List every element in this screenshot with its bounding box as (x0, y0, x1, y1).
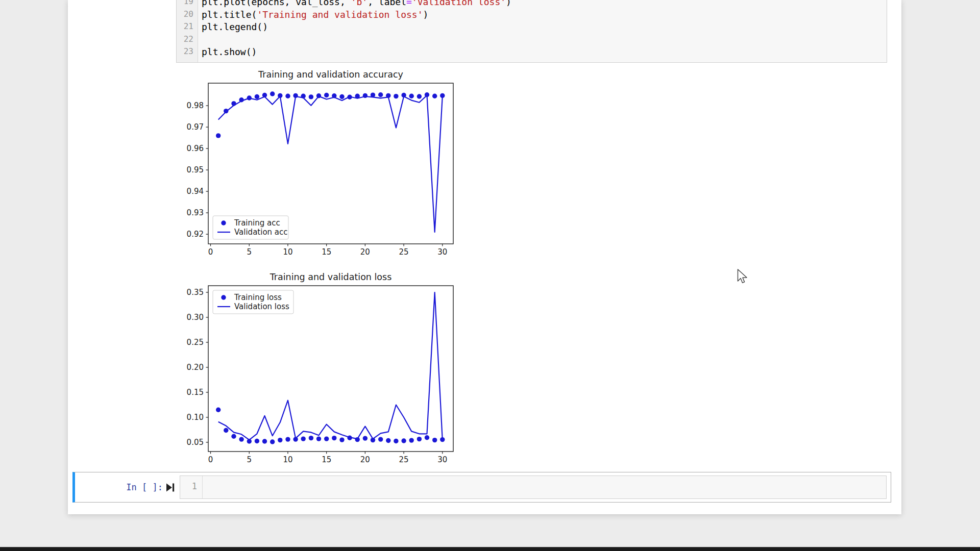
training-acc-point (270, 91, 275, 96)
line-number-gutter: 1920212223 (177, 0, 198, 62)
y-tick-label: 0.25 (187, 338, 204, 347)
loss-figure: Training and validation loss051015202530… (180, 270, 465, 470)
x-tick-label: 10 (283, 247, 292, 257)
training-acc-point (255, 94, 259, 99)
empty-cell-code-area[interactable] (203, 476, 886, 498)
training-loss-point (332, 436, 336, 440)
code-token: 'Training and validation loss' (257, 9, 423, 20)
legend-label: Validation loss (234, 302, 289, 311)
legend-label: Validation acc (234, 228, 288, 237)
chart-title: Training and validation loss (270, 272, 392, 282)
training-loss-point (324, 436, 329, 441)
x-tick-label: 25 (399, 455, 409, 464)
code-line: plt.title('Training and validation loss'… (202, 9, 887, 22)
y-tick-label: 0.30 (187, 313, 204, 322)
code-token: ) (423, 9, 428, 20)
training-acc-point (394, 94, 398, 98)
line-number: 20 (177, 9, 198, 22)
code-token: 'Validation loss' (412, 0, 506, 7)
input-prompt: In [ ]: (75, 482, 163, 492)
training-loss-point (216, 408, 220, 412)
training-loss-point (363, 436, 368, 440)
x-tick-label: 0 (208, 247, 213, 257)
code-cell-input[interactable]: 1920212223 plt.plot(epochs, val_loss, 'b… (176, 0, 887, 63)
training-loss-point (285, 437, 290, 441)
empty-cell-editor[interactable]: 1 (180, 475, 887, 499)
y-tick-label: 0.35 (187, 288, 204, 297)
code-line (202, 34, 887, 47)
training-loss-point (309, 436, 313, 440)
x-tick-label: 30 (437, 247, 447, 257)
training-loss-point (262, 439, 267, 443)
x-tick-label: 25 (399, 247, 409, 257)
y-tick-label: 0.05 (187, 438, 204, 447)
y-tick-label: 0.95 (187, 165, 204, 174)
training-loss-point (255, 439, 259, 443)
training-acc-point (417, 94, 422, 98)
y-tick-label: 0.97 (187, 122, 204, 132)
x-tick-label: 15 (322, 247, 331, 257)
y-tick-label: 0.15 (187, 388, 204, 397)
x-tick-label: 10 (283, 455, 292, 464)
code-token: plt.show() (202, 46, 257, 57)
y-tick-label: 0.96 (187, 144, 204, 153)
legend-label: Training acc (234, 218, 280, 228)
accuracy-chart: Training and validation accuracy05101520… (180, 68, 465, 261)
training-loss-point (394, 439, 398, 443)
training-loss-point (224, 428, 228, 433)
training-acc-point (309, 94, 313, 99)
notebook-content-area: 1920212223 plt.plot(epochs, val_loss, 'b… (68, 0, 901, 514)
code-line: plt.show() (202, 46, 887, 59)
code-token: ) (506, 0, 511, 7)
chart-title: Training and validation accuracy (258, 69, 403, 80)
validation-loss-line (218, 292, 443, 440)
training-loss-point (417, 437, 422, 441)
line-number: 19 (177, 0, 198, 9)
training-acc-point (378, 92, 383, 97)
y-tick-label: 0.94 (187, 187, 204, 196)
mouse-cursor (737, 269, 748, 285)
code-token: plt.legend() (202, 21, 268, 32)
code-editor[interactable]: plt.plot(epochs, val_loss, 'b', label='V… (198, 0, 887, 62)
line-number: 23 (177, 46, 198, 59)
code-token: plt.title( (202, 9, 257, 20)
training-acc-point (324, 93, 329, 97)
code-line: plt.legend() (202, 21, 887, 34)
taskbar-edge (0, 547, 980, 551)
empty-code-cell[interactable]: In [ ]: 1 (72, 472, 891, 503)
x-tick-label: 30 (437, 455, 447, 464)
training-loss-point (409, 438, 414, 442)
line-number: 1 (180, 476, 203, 498)
training-loss-point (316, 436, 321, 441)
x-tick-label: 20 (360, 455, 370, 464)
x-tick-label: 15 (322, 455, 331, 464)
training-loss-point (432, 438, 437, 442)
training-acc-point (409, 94, 414, 98)
accuracy-figure: Training and validation accuracy05101520… (180, 68, 465, 263)
code-token: plt.plot(epochs, val_loss, (202, 0, 351, 7)
y-tick-label: 0.10 (187, 413, 204, 422)
y-tick-label: 0.98 (187, 101, 204, 110)
training-loss-point (401, 438, 406, 443)
training-acc-point (432, 94, 437, 98)
run-cell-icon[interactable] (166, 483, 175, 492)
legend-label: Training loss (234, 293, 282, 302)
code-token: , label (368, 0, 406, 7)
legend-dot-marker (221, 295, 226, 299)
y-tick-label: 0.20 (187, 363, 204, 372)
code-token: = (406, 0, 412, 7)
x-tick-label: 0 (208, 455, 213, 464)
line-number: 22 (177, 34, 198, 47)
training-acc-point (285, 94, 290, 98)
line-number: 21 (177, 21, 198, 34)
training-loss-point (278, 438, 282, 442)
training-loss-point (339, 437, 344, 442)
legend-dot-marker (221, 220, 226, 225)
code-line: plt.plot(epochs, val_loss, 'b', label='V… (202, 0, 887, 9)
validation-acc-line (218, 95, 443, 232)
x-tick-label: 5 (247, 247, 252, 257)
x-tick-label: 5 (247, 455, 252, 464)
training-acc-point (339, 94, 344, 99)
training-loss-point (425, 435, 429, 440)
training-loss-point (301, 436, 306, 441)
